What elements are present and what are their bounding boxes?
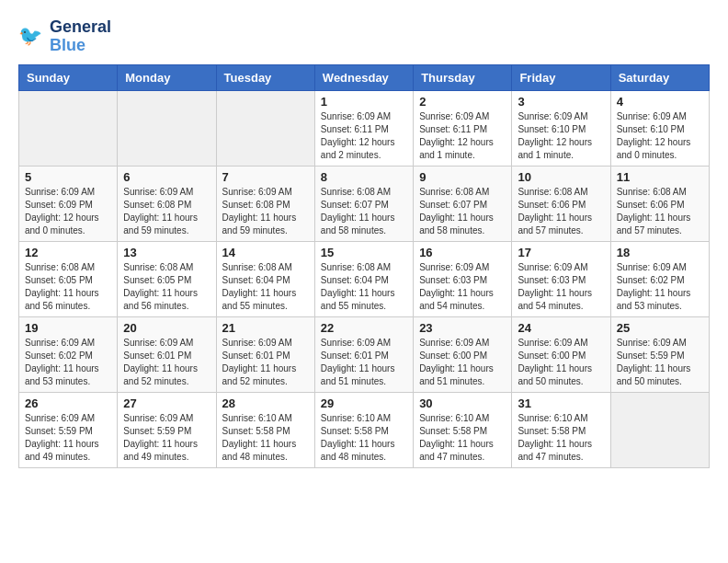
calendar-cell: 6Sunrise: 6:09 AMSunset: 6:08 PMDaylight… xyxy=(118,166,216,241)
page-header: 🐦 General Blue xyxy=(18,18,710,55)
day-info: Sunrise: 6:09 AMSunset: 6:11 PMDaylight:… xyxy=(419,110,506,162)
calendar-cell: 9Sunrise: 6:08 AMSunset: 6:07 PMDaylight… xyxy=(414,166,512,241)
logo: 🐦 General Blue xyxy=(18,18,111,55)
calendar-cell: 4Sunrise: 6:09 AMSunset: 6:10 PMDaylight… xyxy=(610,90,709,166)
calendar-cell: 5Sunrise: 6:09 AMSunset: 6:09 PMDaylight… xyxy=(19,166,118,241)
day-info: Sunrise: 6:09 AMSunset: 6:09 PMDaylight:… xyxy=(25,186,111,237)
calendar-week-row: 26Sunrise: 6:09 AMSunset: 5:59 PMDayligh… xyxy=(19,392,710,467)
day-info: Sunrise: 6:09 AMSunset: 6:08 PMDaylight:… xyxy=(222,186,309,237)
calendar-cell: 27Sunrise: 6:09 AMSunset: 5:59 PMDayligh… xyxy=(118,392,216,467)
weekday-header-friday: Friday xyxy=(512,64,610,90)
calendar-cell: 31Sunrise: 6:10 AMSunset: 5:58 PMDayligh… xyxy=(512,392,610,467)
day-number: 16 xyxy=(419,246,506,259)
calendar-cell: 18Sunrise: 6:09 AMSunset: 6:02 PMDayligh… xyxy=(610,241,709,316)
day-info: Sunrise: 6:08 AMSunset: 6:06 PMDaylight:… xyxy=(518,186,604,237)
day-info: Sunrise: 6:09 AMSunset: 6:00 PMDaylight:… xyxy=(518,337,604,388)
calendar-body: 1Sunrise: 6:09 AMSunset: 6:11 PMDaylight… xyxy=(19,90,710,467)
day-number: 20 xyxy=(123,321,210,335)
day-number: 15 xyxy=(321,246,407,259)
day-info: Sunrise: 6:08 AMSunset: 6:05 PMDaylight:… xyxy=(123,261,210,313)
day-info: Sunrise: 6:10 AMSunset: 5:58 PMDaylight:… xyxy=(222,412,309,464)
calendar-cell: 20Sunrise: 6:09 AMSunset: 6:01 PMDayligh… xyxy=(118,316,216,392)
day-number: 1 xyxy=(321,95,407,109)
day-info: Sunrise: 6:09 AMSunset: 6:10 PMDaylight:… xyxy=(518,110,604,162)
logo-text: General Blue xyxy=(50,18,111,55)
calendar-table: SundayMondayTuesdayWednesdayThursdayFrid… xyxy=(18,64,710,468)
day-info: Sunrise: 6:09 AMSunset: 6:01 PMDaylight:… xyxy=(123,337,210,388)
weekday-header-sunday: Sunday xyxy=(19,64,118,90)
day-number: 3 xyxy=(518,95,604,109)
day-number: 30 xyxy=(419,396,506,410)
day-info: Sunrise: 6:08 AMSunset: 6:06 PMDaylight:… xyxy=(617,186,703,237)
calendar-cell: 21Sunrise: 6:09 AMSunset: 6:01 PMDayligh… xyxy=(216,316,314,392)
day-info: Sunrise: 6:09 AMSunset: 6:02 PMDaylight:… xyxy=(25,337,111,388)
calendar-cell xyxy=(216,90,314,166)
day-info: Sunrise: 6:09 AMSunset: 6:10 PMDaylight:… xyxy=(617,110,703,162)
calendar-week-row: 1Sunrise: 6:09 AMSunset: 6:11 PMDaylight… xyxy=(19,90,710,166)
day-number: 11 xyxy=(617,170,703,184)
day-number: 24 xyxy=(518,321,604,335)
calendar-cell: 11Sunrise: 6:08 AMSunset: 6:06 PMDayligh… xyxy=(610,166,709,241)
calendar-cell: 3Sunrise: 6:09 AMSunset: 6:10 PMDaylight… xyxy=(512,90,610,166)
calendar-cell: 26Sunrise: 6:09 AMSunset: 5:59 PMDayligh… xyxy=(19,392,118,467)
day-info: Sunrise: 6:08 AMSunset: 6:04 PMDaylight:… xyxy=(222,261,309,313)
day-number: 8 xyxy=(321,170,407,184)
calendar-cell: 8Sunrise: 6:08 AMSunset: 6:07 PMDaylight… xyxy=(314,166,413,241)
calendar-cell xyxy=(19,90,118,166)
day-number: 28 xyxy=(222,396,309,410)
day-number: 5 xyxy=(25,170,111,184)
day-number: 2 xyxy=(419,95,506,109)
day-number: 23 xyxy=(419,321,506,335)
day-info: Sunrise: 6:09 AMSunset: 6:02 PMDaylight:… xyxy=(617,261,703,313)
weekday-header-monday: Monday xyxy=(118,64,216,90)
day-info: Sunrise: 6:09 AMSunset: 6:03 PMDaylight:… xyxy=(419,261,506,313)
day-info: Sunrise: 6:10 AMSunset: 5:58 PMDaylight:… xyxy=(321,412,407,464)
day-info: Sunrise: 6:09 AMSunset: 6:00 PMDaylight:… xyxy=(419,337,506,388)
day-number: 17 xyxy=(518,246,604,259)
calendar-cell xyxy=(118,90,216,166)
calendar-cell: 10Sunrise: 6:08 AMSunset: 6:06 PMDayligh… xyxy=(512,166,610,241)
day-info: Sunrise: 6:09 AMSunset: 5:59 PMDaylight:… xyxy=(617,337,703,388)
day-info: Sunrise: 6:08 AMSunset: 6:07 PMDaylight:… xyxy=(419,186,506,237)
calendar-cell: 22Sunrise: 6:09 AMSunset: 6:01 PMDayligh… xyxy=(314,316,413,392)
calendar-cell: 12Sunrise: 6:08 AMSunset: 6:05 PMDayligh… xyxy=(19,241,118,316)
calendar-cell: 2Sunrise: 6:09 AMSunset: 6:11 PMDaylight… xyxy=(414,90,512,166)
day-number: 4 xyxy=(617,95,703,109)
calendar-cell: 28Sunrise: 6:10 AMSunset: 5:58 PMDayligh… xyxy=(216,392,314,467)
day-info: Sunrise: 6:09 AMSunset: 6:03 PMDaylight:… xyxy=(518,261,604,313)
day-info: Sunrise: 6:09 AMSunset: 5:59 PMDaylight:… xyxy=(123,412,210,464)
day-info: Sunrise: 6:10 AMSunset: 5:58 PMDaylight:… xyxy=(518,412,604,464)
day-info: Sunrise: 6:09 AMSunset: 6:11 PMDaylight:… xyxy=(321,110,407,162)
day-info: Sunrise: 6:10 AMSunset: 5:58 PMDaylight:… xyxy=(419,412,506,464)
calendar-cell: 15Sunrise: 6:08 AMSunset: 6:04 PMDayligh… xyxy=(314,241,413,316)
day-info: Sunrise: 6:09 AMSunset: 6:08 PMDaylight:… xyxy=(123,186,210,237)
weekday-header-wednesday: Wednesday xyxy=(314,64,413,90)
calendar-cell xyxy=(610,392,709,467)
day-number: 27 xyxy=(123,396,210,410)
calendar-header-row: SundayMondayTuesdayWednesdayThursdayFrid… xyxy=(19,64,710,90)
day-number: 29 xyxy=(321,396,407,410)
day-number: 13 xyxy=(123,246,210,259)
day-number: 10 xyxy=(518,170,604,184)
calendar-week-row: 5Sunrise: 6:09 AMSunset: 6:09 PMDaylight… xyxy=(19,166,710,241)
day-number: 22 xyxy=(321,321,407,335)
day-number: 31 xyxy=(518,396,604,410)
day-info: Sunrise: 6:09 AMSunset: 6:01 PMDaylight:… xyxy=(321,337,407,388)
logo-icon: 🐦 xyxy=(18,23,46,51)
calendar-cell: 13Sunrise: 6:08 AMSunset: 6:05 PMDayligh… xyxy=(118,241,216,316)
day-number: 12 xyxy=(25,246,111,259)
weekday-header-thursday: Thursday xyxy=(414,64,512,90)
day-info: Sunrise: 6:08 AMSunset: 6:05 PMDaylight:… xyxy=(25,261,111,313)
calendar-cell: 16Sunrise: 6:09 AMSunset: 6:03 PMDayligh… xyxy=(414,241,512,316)
svg-text:🐦: 🐦 xyxy=(18,24,43,48)
day-info: Sunrise: 6:09 AMSunset: 6:01 PMDaylight:… xyxy=(222,337,309,388)
calendar-week-row: 19Sunrise: 6:09 AMSunset: 6:02 PMDayligh… xyxy=(19,316,710,392)
weekday-header-tuesday: Tuesday xyxy=(216,64,314,90)
day-number: 21 xyxy=(222,321,309,335)
day-info: Sunrise: 6:08 AMSunset: 6:07 PMDaylight:… xyxy=(321,186,407,237)
weekday-header-saturday: Saturday xyxy=(610,64,709,90)
day-number: 25 xyxy=(617,321,703,335)
day-info: Sunrise: 6:08 AMSunset: 6:04 PMDaylight:… xyxy=(321,261,407,313)
calendar-cell: 19Sunrise: 6:09 AMSunset: 6:02 PMDayligh… xyxy=(19,316,118,392)
day-number: 6 xyxy=(123,170,210,184)
